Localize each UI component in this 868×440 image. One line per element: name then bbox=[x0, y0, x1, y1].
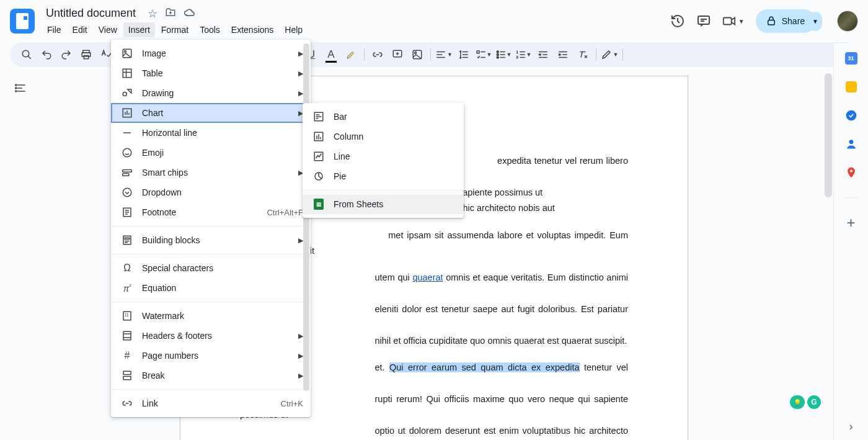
submenu-arrow-icon: ▶ bbox=[298, 236, 303, 245]
svg-point-27 bbox=[123, 188, 131, 197]
insert-drawing[interactable]: Drawing▶ bbox=[111, 83, 311, 103]
menu-extensions[interactable]: Extensions bbox=[226, 22, 278, 37]
svg-point-39 bbox=[846, 110, 856, 121]
insert-dropdown[interactable]: Dropdown bbox=[111, 182, 311, 202]
insert-equation[interactable]: π²Equation bbox=[111, 278, 311, 298]
line-spacing-icon[interactable] bbox=[454, 45, 473, 64]
chart-pie[interactable]: Pie bbox=[303, 166, 464, 186]
insert-building-blocks[interactable]: Building blocks▶ bbox=[111, 230, 311, 250]
insert-footnote[interactable]: FootnoteCtrl+Alt+F bbox=[111, 202, 311, 222]
insert-image-icon[interactable] bbox=[408, 45, 427, 64]
chips-icon bbox=[121, 167, 133, 178]
insert-chart[interactable]: Chart▶ bbox=[111, 103, 311, 123]
keep-icon[interactable] bbox=[845, 81, 857, 93]
tasks-icon[interactable] bbox=[845, 109, 857, 122]
menu-insert[interactable]: Insert bbox=[123, 22, 155, 37]
svg-rect-30 bbox=[125, 238, 130, 239]
chart-from-sheets[interactable]: ▦From Sheets bbox=[303, 194, 464, 214]
editing-mode-icon[interactable]: ▼ bbox=[600, 45, 619, 64]
align-icon[interactable]: ▼ bbox=[435, 45, 453, 64]
svg-point-40 bbox=[849, 140, 853, 144]
svg-rect-2 bbox=[768, 20, 774, 25]
share-button[interactable]: Share bbox=[756, 9, 816, 33]
comments-icon[interactable] bbox=[696, 14, 711, 29]
svg-text:2: 2 bbox=[516, 55, 518, 59]
get-addons-icon[interactable]: + bbox=[845, 217, 857, 229]
chart-column[interactable]: Column bbox=[303, 127, 464, 146]
svg-point-41 bbox=[849, 169, 852, 172]
text-color-icon[interactable]: A bbox=[322, 45, 340, 64]
insert-horizontal-line[interactable]: Horizontal line bbox=[111, 123, 311, 143]
menu-help[interactable]: Help bbox=[280, 22, 308, 37]
menu-edit[interactable]: Edit bbox=[68, 22, 92, 37]
svg-rect-26 bbox=[123, 174, 130, 176]
move-icon[interactable] bbox=[165, 7, 176, 20]
sheets-icon: ▦ bbox=[314, 199, 324, 210]
svg-point-22 bbox=[123, 92, 126, 96]
insert-headers-footers[interactable]: Headers & footers▶ bbox=[111, 326, 311, 346]
emoji-icon bbox=[121, 147, 133, 158]
svg-rect-1 bbox=[724, 18, 732, 25]
increase-indent-icon[interactable] bbox=[554, 45, 572, 64]
selected-text[interactable]: Qui error earum sed quam dicta ex expedi… bbox=[389, 362, 579, 372]
hide-panel-icon[interactable]: › bbox=[845, 420, 857, 433]
insert-page-numbers[interactable]: #Page numbers▶ bbox=[111, 346, 311, 366]
menu-view[interactable]: View bbox=[94, 22, 122, 37]
menu-format[interactable]: Format bbox=[156, 22, 193, 37]
insert-link[interactable]: LinkCtrl+K bbox=[111, 393, 311, 413]
menu-tools[interactable]: Tools bbox=[195, 22, 225, 37]
document-title[interactable]: Untitled document bbox=[42, 6, 140, 21]
clear-formatting-icon[interactable] bbox=[574, 45, 592, 64]
menu-file[interactable]: File bbox=[42, 22, 66, 37]
svg-point-3 bbox=[22, 50, 29, 57]
insert-menu: Image▶Table▶Drawing▶Chart▶Horizontal lin… bbox=[111, 40, 311, 417]
insert-emoji[interactable]: Emoji bbox=[111, 143, 311, 163]
checklist-icon[interactable]: ▼ bbox=[474, 45, 493, 64]
maps-icon[interactable] bbox=[845, 166, 857, 179]
docs-logo[interactable] bbox=[10, 9, 35, 34]
svg-point-11 bbox=[497, 51, 498, 53]
undo-icon[interactable] bbox=[37, 45, 56, 64]
insert-special-characters[interactable]: ΩSpecial characters bbox=[111, 258, 311, 278]
calendar-icon[interactable]: 31 bbox=[845, 52, 857, 65]
decrease-indent-icon[interactable] bbox=[534, 45, 552, 64]
svg-rect-32 bbox=[123, 331, 131, 340]
add-comment-icon[interactable] bbox=[388, 45, 407, 64]
account-avatar[interactable] bbox=[837, 11, 858, 32]
cloud-status-icon[interactable] bbox=[184, 7, 196, 20]
svg-point-17 bbox=[16, 88, 17, 89]
vertical-scrollbar[interactable] bbox=[825, 73, 832, 197]
submenu-arrow-icon: ▶ bbox=[298, 50, 303, 58]
grammarly-icon[interactable]: G bbox=[807, 395, 821, 409]
highlight-icon[interactable] bbox=[342, 45, 360, 64]
link-icon bbox=[121, 398, 133, 409]
numbered-list-icon[interactable]: 12▼ bbox=[514, 45, 533, 64]
meet-button[interactable]: ▼ bbox=[722, 14, 745, 28]
svg-point-9 bbox=[415, 52, 417, 54]
svg-rect-21 bbox=[123, 69, 131, 78]
chart-bar[interactable]: Bar bbox=[303, 107, 464, 127]
insert-break[interactable]: Break▶ bbox=[111, 366, 311, 385]
history-icon[interactable] bbox=[670, 14, 685, 29]
share-dropdown[interactable]: ▼ bbox=[808, 12, 822, 31]
suggestion-badge[interactable]: 💡 bbox=[790, 395, 805, 409]
insert-watermark[interactable]: Watermark bbox=[111, 306, 311, 326]
insert-table[interactable]: Table▶ bbox=[111, 63, 311, 83]
redo-icon[interactable] bbox=[57, 45, 76, 64]
svg-rect-0 bbox=[698, 16, 709, 24]
print-icon[interactable] bbox=[77, 45, 95, 64]
insert-image[interactable]: Image▶ bbox=[111, 43, 311, 63]
submenu-arrow-icon: ▶ bbox=[298, 372, 303, 380]
star-icon[interactable]: ☆ bbox=[148, 7, 157, 20]
insert-link-icon[interactable] bbox=[368, 45, 387, 64]
search-menus-icon[interactable] bbox=[17, 45, 36, 64]
table-icon bbox=[121, 68, 133, 79]
chart-line[interactable]: Line bbox=[303, 146, 464, 166]
document-link[interactable]: quaerat bbox=[412, 272, 443, 282]
svg-point-18 bbox=[16, 91, 17, 92]
bulleted-list-icon[interactable]: ▼ bbox=[494, 45, 513, 64]
insert-smart-chips[interactable]: Smart chips▶ bbox=[111, 163, 311, 182]
document-outline-icon[interactable] bbox=[10, 77, 32, 99]
pie-icon bbox=[312, 171, 325, 182]
contacts-icon[interactable] bbox=[845, 138, 857, 150]
